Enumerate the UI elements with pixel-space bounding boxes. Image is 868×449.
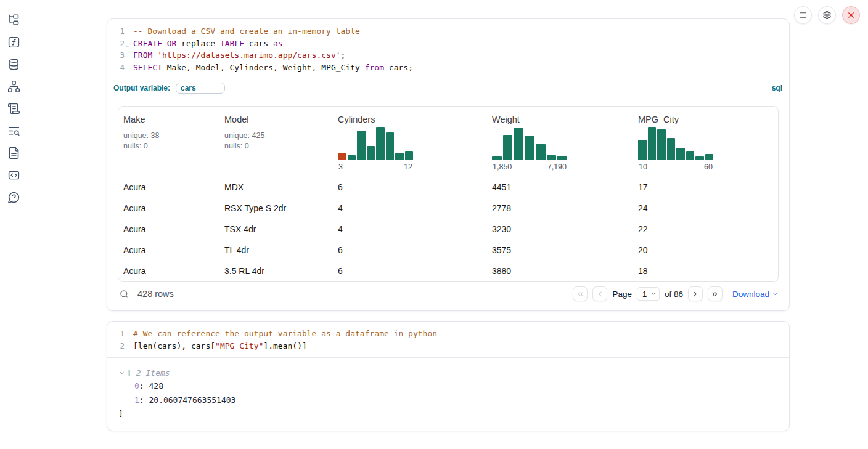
histogram-bar[interactable] xyxy=(536,144,546,160)
line-number: 2 xyxy=(107,340,125,352)
code-tokens: CREATE OR replace TABLE cars as xyxy=(125,38,283,50)
output-variable-input[interactable] xyxy=(176,83,225,94)
text-search-icon[interactable] xyxy=(6,123,21,138)
first-page-button[interactable] xyxy=(573,286,588,301)
download-label: Download xyxy=(732,289,769,299)
code-line: 2⌄CREATE OR replace TABLE cars as xyxy=(107,38,789,50)
table-cell: MDX xyxy=(219,177,333,198)
page-select[interactable]: 1 xyxy=(637,287,660,301)
settings-gear-icon[interactable] xyxy=(818,6,836,24)
histogram-axis-labels: 1,8507,190 xyxy=(492,163,567,171)
histogram-bar[interactable] xyxy=(686,151,695,160)
histogram-cylinders[interactable]: 312 xyxy=(338,126,413,171)
search-icon[interactable] xyxy=(118,288,130,300)
code-snippet-icon[interactable] xyxy=(6,168,21,182)
menu-icon[interactable] xyxy=(794,6,812,24)
histogram-bar[interactable] xyxy=(395,153,404,160)
table-cell: Acura xyxy=(118,240,219,261)
histogram-bar[interactable] xyxy=(503,135,513,160)
topbar xyxy=(794,6,860,24)
table-cell: 22 xyxy=(633,219,778,240)
column-header-cylinders[interactable]: Cylinders312 xyxy=(333,107,487,177)
download-button[interactable]: Download xyxy=(732,289,779,299)
table-cell: 20 xyxy=(633,240,778,261)
histogram-bar[interactable] xyxy=(638,140,647,160)
table-row: Acura3.5 RL 4dr6388018 xyxy=(118,261,778,281)
histogram-mpg_city[interactable]: 1060 xyxy=(638,126,713,171)
column-header-weight[interactable]: Weight1,8507,190 xyxy=(487,107,633,177)
histogram-bar[interactable] xyxy=(348,155,356,160)
database-icon[interactable] xyxy=(6,57,21,71)
histogram-bar[interactable] xyxy=(376,127,385,160)
close-icon[interactable] xyxy=(842,6,860,24)
previous-page-button[interactable] xyxy=(592,286,607,301)
file-tree-icon[interactable] xyxy=(6,12,21,27)
output-variable-label: Output variable: xyxy=(113,84,170,92)
python-editor[interactable]: 1# We can reference the output variable … xyxy=(107,322,789,357)
last-page-button[interactable] xyxy=(708,286,723,301)
function-square-icon[interactable] xyxy=(6,34,21,49)
close-bracket: ] xyxy=(118,407,778,420)
histogram-weight[interactable]: 1,8507,190 xyxy=(492,126,567,171)
table-row: AcuraMDX6445117 xyxy=(118,177,778,198)
table-row: AcuraTSX 4dr4323022 xyxy=(118,219,778,240)
column-header-mpg_city[interactable]: MPG_City1060 xyxy=(633,107,778,177)
histogram-bar[interactable] xyxy=(695,156,704,160)
code-tokens: [len(cars), cars["MPG_City"].mean()] xyxy=(125,340,307,352)
table-row: AcuraTL 4dr6357520 xyxy=(118,240,778,261)
code-line: 1# We can reference the output variable … xyxy=(107,328,789,340)
page-select-value: 1 xyxy=(642,289,647,299)
line-number: 2⌄ xyxy=(107,38,125,50)
table-cell: 24 xyxy=(633,198,778,219)
table-cell: Acura xyxy=(118,261,219,281)
language-badge: sql xyxy=(772,84,782,92)
histogram-bar[interactable] xyxy=(514,128,523,160)
tree-entries: 0: 4281: 20.060747663551403 xyxy=(126,379,778,407)
histogram-bar[interactable] xyxy=(338,153,346,160)
histogram-bar[interactable] xyxy=(367,146,375,160)
sql-cell: 1-- Download a CSV and create an in-memo… xyxy=(107,18,790,311)
histogram-bar[interactable] xyxy=(657,129,666,160)
table-body: AcuraMDX6445117AcuraRSX Type S 2dr427782… xyxy=(118,177,778,281)
table-cell: 2778 xyxy=(487,198,633,219)
sql-editor[interactable]: 1-- Download a CSV and create an in-memo… xyxy=(107,19,789,79)
column-stats: unique: 38nulls: 0 xyxy=(123,131,215,151)
histogram-bar[interactable] xyxy=(492,156,502,160)
chevron-down-icon xyxy=(772,291,779,297)
table-cell: 4451 xyxy=(487,177,633,198)
pagination: Page 1 of 86 xyxy=(573,286,723,301)
histogram-bar[interactable] xyxy=(705,154,714,160)
document-icon[interactable] xyxy=(6,145,21,160)
table-cell: RSX Type S 2dr xyxy=(219,198,333,219)
column-stats: unique: 425nulls: 0 xyxy=(224,131,328,151)
histogram-bar[interactable] xyxy=(405,151,414,160)
table-cell: TSX 4dr xyxy=(219,219,333,240)
column-header-model[interactable]: Modelunique: 425nulls: 0 xyxy=(219,107,333,177)
table-cell: 6 xyxy=(333,261,487,281)
histogram-bar[interactable] xyxy=(648,127,657,160)
help-bubble-icon[interactable] xyxy=(6,190,21,204)
table-cell: TL 4dr xyxy=(219,240,333,261)
histogram-bar[interactable] xyxy=(557,156,567,160)
column-label: Weight xyxy=(492,115,628,124)
dependency-graph-icon[interactable] xyxy=(6,79,21,94)
scroll-log-icon[interactable] xyxy=(6,101,21,116)
histogram-bar[interactable] xyxy=(676,148,685,160)
items-count-label: 2 Items xyxy=(136,366,170,379)
collapse-chevron-icon[interactable] xyxy=(118,370,125,376)
histogram-bar[interactable] xyxy=(525,136,534,160)
row-count: 428 rows xyxy=(137,289,174,299)
next-page-button[interactable] xyxy=(688,286,703,301)
histogram-axis-labels: 312 xyxy=(338,163,413,171)
histogram-bar[interactable] xyxy=(357,131,366,160)
histogram-bar[interactable] xyxy=(386,132,395,160)
tree-root: [ 2 Items xyxy=(118,366,778,379)
line-number: 1 xyxy=(107,25,125,38)
histogram-bar[interactable] xyxy=(547,155,557,160)
fold-line-icon[interactable]: ⌄ xyxy=(126,39,129,52)
column-header-make[interactable]: Makeunique: 38nulls: 0 xyxy=(118,107,219,177)
histogram-bar[interactable] xyxy=(667,138,676,160)
table-cell: 17 xyxy=(633,177,778,198)
table-cell: 4 xyxy=(333,198,487,219)
table-cell: Acura xyxy=(118,219,219,240)
